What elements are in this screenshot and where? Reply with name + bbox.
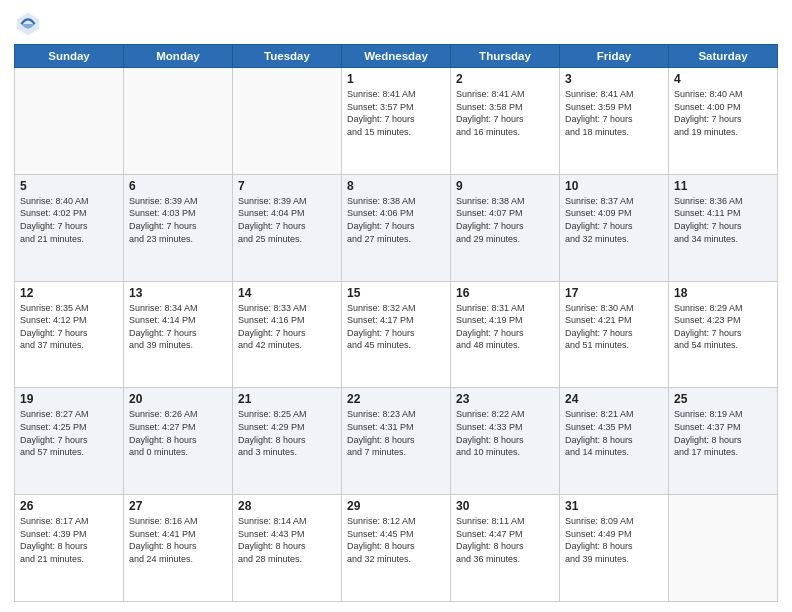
weekday-header-row: SundayMondayTuesdayWednesdayThursdayFrid…	[15, 45, 778, 68]
day-number: 27	[129, 499, 227, 513]
calendar-week-row: 5Sunrise: 8:40 AM Sunset: 4:02 PM Daylig…	[15, 174, 778, 281]
calendar-cell: 16Sunrise: 8:31 AM Sunset: 4:19 PM Dayli…	[451, 281, 560, 388]
calendar-cell: 8Sunrise: 8:38 AM Sunset: 4:06 PM Daylig…	[342, 174, 451, 281]
weekday-header: Wednesday	[342, 45, 451, 68]
calendar-cell: 24Sunrise: 8:21 AM Sunset: 4:35 PM Dayli…	[560, 388, 669, 495]
day-number: 25	[674, 392, 772, 406]
day-number: 9	[456, 179, 554, 193]
day-info: Sunrise: 8:11 AM Sunset: 4:47 PM Dayligh…	[456, 515, 554, 565]
calendar-cell: 10Sunrise: 8:37 AM Sunset: 4:09 PM Dayli…	[560, 174, 669, 281]
calendar-cell: 22Sunrise: 8:23 AM Sunset: 4:31 PM Dayli…	[342, 388, 451, 495]
day-info: Sunrise: 8:36 AM Sunset: 4:11 PM Dayligh…	[674, 195, 772, 245]
day-number: 29	[347, 499, 445, 513]
calendar-cell	[124, 68, 233, 175]
day-number: 5	[20, 179, 118, 193]
day-number: 12	[20, 286, 118, 300]
day-info: Sunrise: 8:16 AM Sunset: 4:41 PM Dayligh…	[129, 515, 227, 565]
day-info: Sunrise: 8:38 AM Sunset: 4:06 PM Dayligh…	[347, 195, 445, 245]
day-number: 1	[347, 72, 445, 86]
calendar-cell: 13Sunrise: 8:34 AM Sunset: 4:14 PM Dayli…	[124, 281, 233, 388]
day-number: 14	[238, 286, 336, 300]
calendar-week-row: 1Sunrise: 8:41 AM Sunset: 3:57 PM Daylig…	[15, 68, 778, 175]
day-info: Sunrise: 8:19 AM Sunset: 4:37 PM Dayligh…	[674, 408, 772, 458]
weekday-header: Thursday	[451, 45, 560, 68]
day-info: Sunrise: 8:40 AM Sunset: 4:02 PM Dayligh…	[20, 195, 118, 245]
calendar-cell: 23Sunrise: 8:22 AM Sunset: 4:33 PM Dayli…	[451, 388, 560, 495]
calendar-cell: 25Sunrise: 8:19 AM Sunset: 4:37 PM Dayli…	[669, 388, 778, 495]
day-number: 11	[674, 179, 772, 193]
day-number: 30	[456, 499, 554, 513]
calendar-week-row: 12Sunrise: 8:35 AM Sunset: 4:12 PM Dayli…	[15, 281, 778, 388]
day-number: 26	[20, 499, 118, 513]
day-number: 3	[565, 72, 663, 86]
day-info: Sunrise: 8:22 AM Sunset: 4:33 PM Dayligh…	[456, 408, 554, 458]
calendar-cell: 20Sunrise: 8:26 AM Sunset: 4:27 PM Dayli…	[124, 388, 233, 495]
calendar-cell: 2Sunrise: 8:41 AM Sunset: 3:58 PM Daylig…	[451, 68, 560, 175]
day-info: Sunrise: 8:35 AM Sunset: 4:12 PM Dayligh…	[20, 302, 118, 352]
calendar-cell: 11Sunrise: 8:36 AM Sunset: 4:11 PM Dayli…	[669, 174, 778, 281]
day-number: 28	[238, 499, 336, 513]
day-info: Sunrise: 8:30 AM Sunset: 4:21 PM Dayligh…	[565, 302, 663, 352]
day-info: Sunrise: 8:25 AM Sunset: 4:29 PM Dayligh…	[238, 408, 336, 458]
calendar-page: SundayMondayTuesdayWednesdayThursdayFrid…	[0, 0, 792, 612]
logo	[14, 10, 46, 38]
day-number: 8	[347, 179, 445, 193]
day-number: 31	[565, 499, 663, 513]
calendar-cell: 30Sunrise: 8:11 AM Sunset: 4:47 PM Dayli…	[451, 495, 560, 602]
weekday-header: Tuesday	[233, 45, 342, 68]
day-info: Sunrise: 8:34 AM Sunset: 4:14 PM Dayligh…	[129, 302, 227, 352]
day-number: 16	[456, 286, 554, 300]
day-info: Sunrise: 8:21 AM Sunset: 4:35 PM Dayligh…	[565, 408, 663, 458]
day-number: 20	[129, 392, 227, 406]
calendar-cell	[669, 495, 778, 602]
weekday-header: Friday	[560, 45, 669, 68]
day-info: Sunrise: 8:39 AM Sunset: 4:03 PM Dayligh…	[129, 195, 227, 245]
calendar-cell: 4Sunrise: 8:40 AM Sunset: 4:00 PM Daylig…	[669, 68, 778, 175]
day-number: 15	[347, 286, 445, 300]
calendar-cell: 17Sunrise: 8:30 AM Sunset: 4:21 PM Dayli…	[560, 281, 669, 388]
day-number: 21	[238, 392, 336, 406]
day-number: 18	[674, 286, 772, 300]
calendar-week-row: 19Sunrise: 8:27 AM Sunset: 4:25 PM Dayli…	[15, 388, 778, 495]
day-info: Sunrise: 8:29 AM Sunset: 4:23 PM Dayligh…	[674, 302, 772, 352]
day-info: Sunrise: 8:33 AM Sunset: 4:16 PM Dayligh…	[238, 302, 336, 352]
calendar-cell: 1Sunrise: 8:41 AM Sunset: 3:57 PM Daylig…	[342, 68, 451, 175]
calendar-cell: 28Sunrise: 8:14 AM Sunset: 4:43 PM Dayli…	[233, 495, 342, 602]
calendar-cell: 15Sunrise: 8:32 AM Sunset: 4:17 PM Dayli…	[342, 281, 451, 388]
day-info: Sunrise: 8:27 AM Sunset: 4:25 PM Dayligh…	[20, 408, 118, 458]
day-number: 4	[674, 72, 772, 86]
weekday-header: Saturday	[669, 45, 778, 68]
day-info: Sunrise: 8:12 AM Sunset: 4:45 PM Dayligh…	[347, 515, 445, 565]
day-info: Sunrise: 8:14 AM Sunset: 4:43 PM Dayligh…	[238, 515, 336, 565]
calendar-table: SundayMondayTuesdayWednesdayThursdayFrid…	[14, 44, 778, 602]
calendar-cell: 9Sunrise: 8:38 AM Sunset: 4:07 PM Daylig…	[451, 174, 560, 281]
calendar-cell: 21Sunrise: 8:25 AM Sunset: 4:29 PM Dayli…	[233, 388, 342, 495]
page-header	[14, 10, 778, 38]
day-info: Sunrise: 8:23 AM Sunset: 4:31 PM Dayligh…	[347, 408, 445, 458]
calendar-cell: 7Sunrise: 8:39 AM Sunset: 4:04 PM Daylig…	[233, 174, 342, 281]
day-number: 17	[565, 286, 663, 300]
day-info: Sunrise: 8:26 AM Sunset: 4:27 PM Dayligh…	[129, 408, 227, 458]
calendar-cell: 26Sunrise: 8:17 AM Sunset: 4:39 PM Dayli…	[15, 495, 124, 602]
day-number: 13	[129, 286, 227, 300]
day-number: 2	[456, 72, 554, 86]
day-number: 19	[20, 392, 118, 406]
day-number: 23	[456, 392, 554, 406]
day-info: Sunrise: 8:40 AM Sunset: 4:00 PM Dayligh…	[674, 88, 772, 138]
calendar-cell: 3Sunrise: 8:41 AM Sunset: 3:59 PM Daylig…	[560, 68, 669, 175]
day-info: Sunrise: 8:31 AM Sunset: 4:19 PM Dayligh…	[456, 302, 554, 352]
calendar-cell	[15, 68, 124, 175]
calendar-cell: 18Sunrise: 8:29 AM Sunset: 4:23 PM Dayli…	[669, 281, 778, 388]
day-info: Sunrise: 8:41 AM Sunset: 3:59 PM Dayligh…	[565, 88, 663, 138]
weekday-header: Monday	[124, 45, 233, 68]
day-info: Sunrise: 8:41 AM Sunset: 3:58 PM Dayligh…	[456, 88, 554, 138]
day-info: Sunrise: 8:09 AM Sunset: 4:49 PM Dayligh…	[565, 515, 663, 565]
calendar-cell: 19Sunrise: 8:27 AM Sunset: 4:25 PM Dayli…	[15, 388, 124, 495]
calendar-cell: 12Sunrise: 8:35 AM Sunset: 4:12 PM Dayli…	[15, 281, 124, 388]
calendar-week-row: 26Sunrise: 8:17 AM Sunset: 4:39 PM Dayli…	[15, 495, 778, 602]
day-number: 10	[565, 179, 663, 193]
calendar-cell	[233, 68, 342, 175]
day-number: 6	[129, 179, 227, 193]
calendar-cell: 29Sunrise: 8:12 AM Sunset: 4:45 PM Dayli…	[342, 495, 451, 602]
day-info: Sunrise: 8:38 AM Sunset: 4:07 PM Dayligh…	[456, 195, 554, 245]
